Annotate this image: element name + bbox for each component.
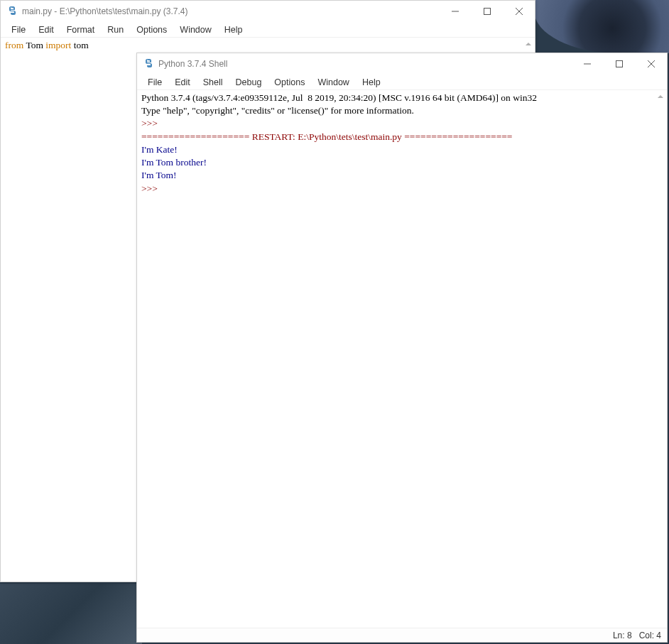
shell-titlebar[interactable]: Python 3.7.4 Shell [137,53,667,75]
menu-options[interactable]: Options [130,23,173,36]
status-line: Ln: 8 [613,631,632,640]
close-button[interactable] [635,53,667,75]
menu-help[interactable]: Help [356,76,387,89]
shell-output-1: I'm Kate! [141,143,663,156]
keyword-import: import [45,40,71,50]
maximize-button[interactable] [603,53,635,75]
menu-edit[interactable]: Edit [168,76,197,89]
shell-restart-line: ==================== RESTART: E:\Python\… [141,131,663,143]
svg-point-5 [147,60,148,60]
python-icon [143,58,154,70]
shell-output-3: I'm Tom! [141,169,663,182]
desktop-background-bottom [0,584,142,644]
shell-prompt-2: >>> [141,182,663,195]
shell-banner-1: Python 3.7.4 (tags/v3.7.4:e09359112e, Ju… [141,92,663,104]
shell-content[interactable]: Python 3.7.4 (tags/v3.7.4:e09359112e, Ju… [137,90,667,628]
shell-menubar: File Edit Shell Debug Options Window Hel… [137,75,667,90]
menu-format[interactable]: Format [60,23,102,36]
menu-run[interactable]: Run [101,23,130,36]
idle-shell-window: Python 3.7.4 Shell File Edit Shell Debug… [136,53,668,643]
python-icon [6,6,18,17]
menu-options[interactable]: Options [268,76,311,89]
import-name: tom [71,40,88,50]
minimize-button[interactable] [571,53,603,75]
menu-window[interactable]: Window [311,76,355,89]
menu-window[interactable]: Window [173,23,217,36]
editor-title: main.py - E:\Python\tets\test\main.py (3… [22,6,439,16]
shell-banner-2: Type "help", "copyright", "credits" or "… [141,104,663,117]
shell-output-2: I'm Tom brother! [141,156,663,169]
desktop-background-top [534,0,669,53]
scroll-up-icon[interactable] [523,39,533,49]
status-col: Col: 4 [639,631,661,640]
svg-rect-2 [484,9,490,15]
shell-title: Python 3.7.4 Shell [158,59,571,69]
maximize-button[interactable] [471,1,503,22]
svg-rect-7 [616,61,622,67]
svg-point-0 [11,7,11,8]
scroll-up-icon[interactable] [656,92,665,102]
module-name: Tom [23,40,45,50]
menu-shell[interactable]: Shell [197,76,229,89]
shell-window-controls [571,53,667,75]
editor-menubar: File Edit Format Run Options Window Help [1,22,535,38]
menu-debug[interactable]: Debug [229,76,268,89]
shell-statusbar: Ln: 8 Col: 4 [137,628,667,642]
menu-edit[interactable]: Edit [32,23,60,36]
menu-help[interactable]: Help [218,23,249,36]
shell-prompt-1: >>> [141,117,663,130]
editor-titlebar[interactable]: main.py - E:\Python\tets\test\main.py (3… [1,1,535,22]
menu-file[interactable]: File [141,76,168,89]
editor-window-controls [439,1,535,22]
close-button[interactable] [503,1,535,22]
keyword-from: from [5,40,23,50]
minimize-button[interactable] [439,1,471,22]
menu-file[interactable]: File [5,23,32,36]
code-line-1: from Tom import tom [5,39,531,52]
